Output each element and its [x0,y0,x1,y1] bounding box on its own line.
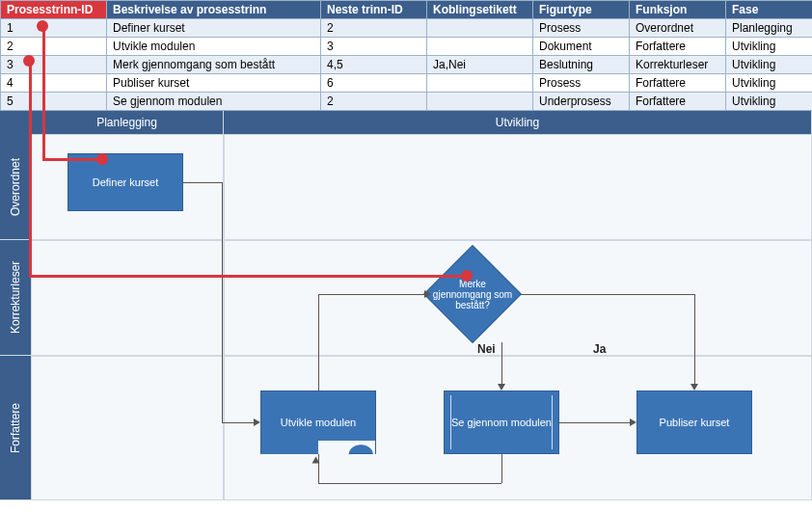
cell-func: Forfattere [630,38,726,56]
red-dot-icon [37,20,48,32]
arrow-icon [498,384,505,391]
cell-conn [427,93,533,111]
cell-phase: Utvikling [726,56,813,74]
cell-shape: Prosess [533,19,630,38]
col-func: Funksjon [630,1,726,19]
cell-id: 4 [1,74,107,93]
cell-desc: Utvikle modulen [107,38,321,56]
cell-desc: Definer kurset [107,19,321,38]
table-row: 3Merk gjennomgang som bestått4,5Ja,NeiBe… [1,56,813,74]
conn [318,483,501,484]
cell-desc: Publiser kurset [107,74,321,93]
arrow-icon [630,418,636,426]
conn [521,294,694,295]
col-next: Neste trinn-ID [321,1,427,19]
cell-func: Forfattere [630,93,726,111]
red-line [29,275,465,278]
role-korrekturleser: Korrekturleser [0,240,31,356]
col-id: Prosesstrinn-ID [1,1,107,19]
cell-next: 2 [321,93,427,111]
cell-shape: Dokument [533,38,630,56]
col-desc: Beskrivelse av prosesstrinn [107,1,321,19]
table-row: 5Se gjennom modulen2UnderprosessForfatte… [1,93,813,111]
col-conn: Koblingsetikett [427,1,533,19]
cell-func: Korrekturleser [630,56,726,74]
cell-conn [427,19,533,38]
conn [501,454,502,483]
red-dot-icon [23,55,35,67]
arrow-icon [312,457,320,464]
cell-id: 3 [1,56,107,74]
col-shape: Figurtype [533,1,630,19]
conn [501,342,502,385]
node-publiser-kurset: Publiser kurset [636,391,752,454]
conn [183,182,222,183]
col-phase: Fase [726,1,813,19]
arrow-icon [424,290,431,298]
arrow-icon [254,418,260,426]
table-row: 4Publiser kurset6ProsessForfattereUtvikl… [1,74,813,93]
cell-next: 6 [321,74,427,93]
phase-utvikling: Utvikling [224,111,812,134]
edge-label-nei: Nei [477,342,496,356]
conn [559,422,630,423]
conn [222,422,254,423]
cell-phase: Utvikling [726,74,813,93]
cell-desc: Se gjennom modulen [107,93,321,111]
process-table: Prosesstrinn-ID Beskrivelse av prosesstr… [0,0,812,111]
cell-id: 1 [1,19,107,38]
table-row: 1Definer kurset2ProsessOverordnetPlanleg… [1,19,813,38]
cell-func: Overordnet [630,19,726,38]
cell-id: 2 [1,38,107,56]
edge-label-ja: Ja [593,342,606,356]
conn [222,182,223,422]
role-overordnet: Overordnet [0,134,31,240]
cell-shape: Underprosess [533,93,630,111]
arrow-icon [690,384,698,391]
red-line [42,24,45,159]
cell-plan-forfattere [31,356,224,500]
cell-dev-overordnet [224,134,812,240]
cell-func: Forfattere [630,74,726,93]
node-beslutning: Merke gjennomgang som bestått? [424,246,521,342]
conn [694,294,695,385]
cell-next: 2 [321,19,427,38]
node-utvikle-modulen: Utvikle modulen [260,391,376,454]
node-beslutning-label: Merke gjennomgang som bestått? [429,279,516,310]
red-dot-icon [461,270,473,282]
swimlane-diagram: Planlegging Utvikling Overordnet Korrekt… [0,111,812,500]
cell-plan-korrektur [31,240,224,356]
cell-shape: Prosess [533,74,630,93]
conn [318,294,319,391]
red-line [42,158,98,161]
node-se-gjennom-modulen: Se gjennom modulen [444,391,559,454]
cell-id: 5 [1,93,107,111]
cell-next: 4,5 [321,56,427,74]
node-definer-kurset: Definer kurset [68,153,183,211]
red-line [29,59,32,277]
cell-conn: Ja,Nei [427,56,533,74]
role-forfattere: Forfattere [0,356,31,500]
cell-phase: Utvikling [726,38,813,56]
cell-desc: Merk gjennomgang som bestått [107,56,321,74]
table-header-row: Prosesstrinn-ID Beskrivelse av prosesstr… [1,1,813,19]
cell-conn [427,38,533,56]
conn [318,294,424,295]
table-row: 2Utvikle modulen3DokumentForfattereUtvik… [1,38,813,56]
phase-planlegging: Planlegging [31,111,224,134]
cell-shape: Beslutning [533,56,630,74]
cell-next: 3 [321,38,427,56]
swimlane-corner [0,111,31,134]
cell-phase: Planlegging [726,19,813,38]
cell-phase: Utvikling [726,93,813,111]
cell-conn [427,74,533,93]
